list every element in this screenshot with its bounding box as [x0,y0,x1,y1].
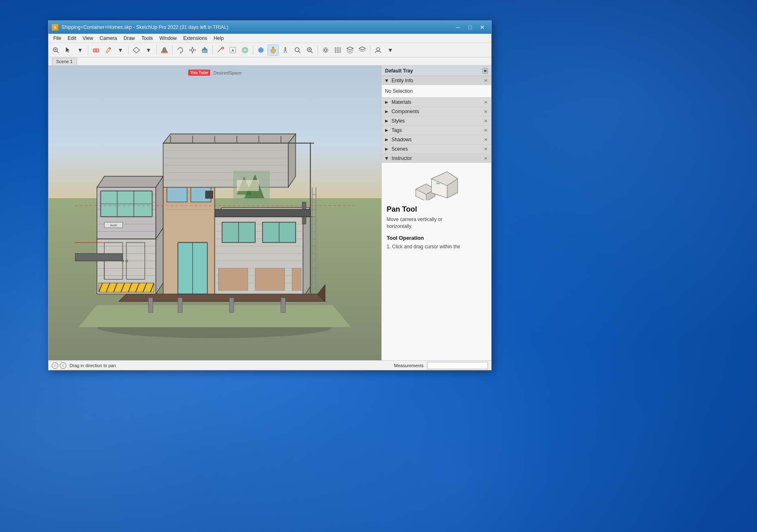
svg-text:Archi: Archi [110,223,117,227]
svg-point-24 [242,47,248,53]
scenes-header[interactable]: ► Scenes ✕ [382,144,491,153]
zoom-window-button[interactable] [304,44,315,56]
pan-button[interactable] [267,44,279,56]
svg-rect-7 [161,52,168,53]
tags-arrow: ► [384,127,389,133]
content-area: You Tube DesiredSpace [48,66,491,360]
instructor-close[interactable]: ✕ [483,156,489,161]
measurements-input[interactable] [427,362,488,369]
zoom-button[interactable] [292,44,303,56]
shadows-close[interactable]: ✕ [483,137,489,142]
section-planes-button[interactable] [332,44,343,56]
separator-3 [156,45,157,55]
svg-point-28 [284,47,286,49]
viewport[interactable]: You Tube DesiredSpace [48,66,381,360]
entity-info-arrow: ▼ [384,78,389,83]
scenes-close[interactable]: ✕ [483,147,489,152]
materials-arrow: ► [384,99,389,105]
svg-marker-116 [163,134,295,143]
walk-button[interactable] [280,44,291,56]
svg-marker-17 [195,49,196,51]
globe-button[interactable] [255,44,267,56]
layers-button[interactable] [344,44,356,56]
tray-close-button[interactable]: ■ [482,68,488,74]
close-button[interactable]: ✕ [477,23,488,31]
styles-header[interactable]: ► Styles ✕ [382,116,491,125]
svg-point-45 [376,48,380,51]
pan-tool-icon [412,168,461,200]
tape-measure-button[interactable] [215,44,226,56]
instructor-tool-name: Pan Tool [387,205,486,214]
svg-rect-93 [167,187,187,202]
shadows-panel: ► Shadows ✕ [382,135,491,144]
instructor-panel: ▼ Instructor ✕ [382,154,491,360]
entity-info-close[interactable]: ✕ [483,78,489,83]
svg-point-35 [324,49,327,51]
status-right: Measurements [394,362,488,369]
tray-header: Default Tray ■ [382,66,491,76]
menu-window[interactable]: Window [156,34,180,42]
menu-tools[interactable]: Tools [138,34,156,42]
instructor-label: Instructor [392,155,483,161]
separator-1 [88,45,88,55]
menu-help[interactable]: Help [210,34,227,42]
tags-close[interactable]: ✕ [483,128,489,133]
eraser-button[interactable] [90,44,102,56]
tab-bar: Scene 1 [48,57,491,66]
menu-edit[interactable]: Edit [64,34,79,42]
scene-tab-1[interactable]: Scene 1 [52,58,77,65]
menu-draw[interactable]: Draw [120,34,138,42]
shadows-header[interactable]: ► Shadows ✕ [382,135,491,144]
pushpull-button[interactable] [199,44,210,56]
user-account-button[interactable] [372,44,384,56]
materials-close[interactable]: ✕ [483,100,489,105]
status-icon-1[interactable]: i [52,362,58,369]
channel-name: DesiredSpace [213,70,241,75]
pencil-dropdown[interactable]: ▼ [115,44,126,56]
styles-panel: ► Styles ✕ [382,116,491,126]
components-label: Components [392,109,483,114]
pencil-button[interactable] [103,44,114,56]
styles-close[interactable]: ✕ [483,118,489,124]
maximize-button[interactable]: □ [464,23,476,31]
scene-manager-button[interactable] [357,44,368,56]
svg-marker-6 [133,47,140,53]
user-dropdown[interactable]: ▼ [385,44,396,56]
svg-line-30 [299,51,300,53]
rotate-button[interactable] [175,44,186,56]
model-settings-button[interactable] [320,44,331,56]
svg-rect-135 [149,298,153,312]
entity-info-header[interactable]: ▼ Entity Info ✕ [382,76,491,85]
tags-header[interactable]: ► Tags ✕ [382,126,491,135]
menu-view[interactable]: View [79,34,96,42]
svg-marker-157 [215,209,311,217]
status-icon-2[interactable]: i [60,362,66,369]
minimize-button[interactable]: ─ [452,23,464,31]
menu-extensions[interactable]: Extensions [180,34,210,42]
select-arrow-btn[interactable]: ▼ [74,44,86,56]
dimension-button[interactable] [239,44,251,56]
menu-file[interactable]: File [50,34,64,42]
menu-camera[interactable]: Camera [96,34,120,42]
zoom-extents-button[interactable] [50,44,61,56]
components-close[interactable]: ✕ [483,109,489,114]
instructor-operation-text: 1. Click and drag cursor within the [387,243,486,250]
menu-bar: File Edit View Camera Draw Tools Window … [48,34,491,43]
paint-bucket-button[interactable] [159,44,170,56]
scenes-arrow: ► [384,146,389,152]
svg-marker-117 [289,134,296,187]
line-button[interactable] [131,44,142,56]
styles-label: Styles [392,118,483,124]
building-3d: Archi [75,110,354,346]
select-button[interactable] [62,44,74,56]
components-header[interactable]: ► Components ✕ [382,107,491,116]
svg-marker-8 [180,51,182,54]
line-dropdown[interactable]: ▼ [143,44,154,56]
instructor-header[interactable]: ▼ Instructor ✕ [382,154,491,163]
move-button[interactable] [187,44,198,56]
text-button[interactable]: A [227,44,238,56]
styles-arrow: ► [384,118,389,124]
svg-point-9 [191,49,194,51]
materials-header[interactable]: ► Materials ✕ [382,98,491,107]
youtube-badge: You Tube [188,70,210,76]
